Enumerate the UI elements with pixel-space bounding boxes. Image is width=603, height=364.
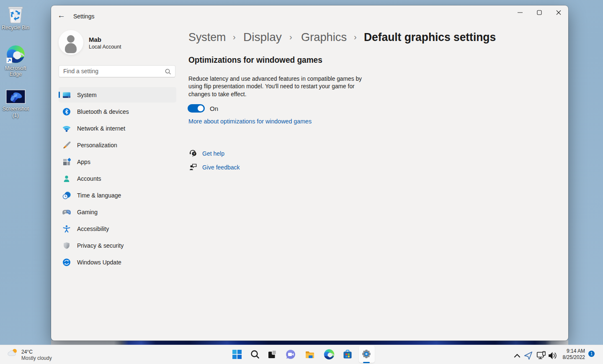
svg-text:?: ? [193, 152, 195, 156]
